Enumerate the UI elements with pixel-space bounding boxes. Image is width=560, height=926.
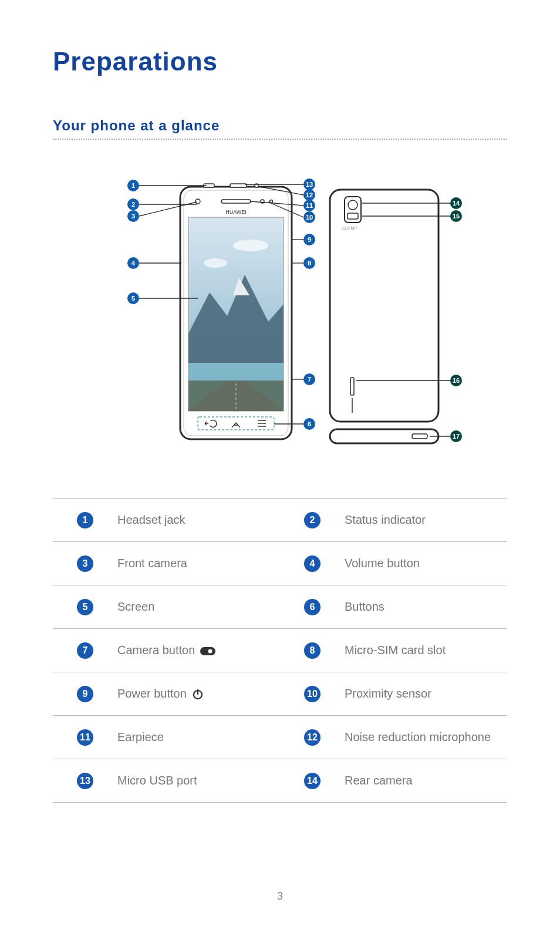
parts-table: 1Headset jack2Status indicator3Front cam…	[53, 498, 507, 803]
part-badge: 5	[53, 599, 117, 615]
camera-icon	[200, 645, 216, 656]
part-label: Buttons	[345, 600, 507, 614]
callout-8: 8	[292, 257, 315, 269]
callout-9: 9	[292, 234, 315, 245]
part-label: Micro USB port	[117, 774, 280, 787]
part-label: Micro-SIM card slot	[345, 644, 507, 657]
svg-text:10: 10	[306, 214, 313, 221]
svg-text:15: 15	[453, 213, 460, 220]
part-badge: 10	[280, 686, 345, 702]
svg-point-8	[204, 258, 227, 268]
svg-text:14: 14	[453, 200, 460, 207]
part-badge: 14	[280, 773, 345, 789]
svg-rect-14	[188, 380, 284, 411]
part-badge: 8	[280, 642, 345, 659]
table-row: 3Front camera4Volume button	[53, 542, 507, 585]
svg-text:1: 1	[131, 182, 135, 189]
part-badge: 13	[53, 773, 117, 789]
svg-rect-81	[200, 647, 215, 655]
svg-text:7: 7	[308, 376, 311, 383]
divider	[53, 139, 507, 140]
callout-7: 7	[292, 373, 315, 385]
part-label: Status indicator	[345, 513, 507, 527]
part-badge: 6	[280, 599, 345, 615]
svg-text:6: 6	[308, 420, 311, 427]
table-row: 9Power button10Proximity sensor	[53, 672, 507, 716]
svg-rect-22	[330, 190, 438, 422]
part-badge: 2	[280, 512, 345, 528]
svg-text:13: 13	[306, 181, 313, 188]
svg-text:9: 9	[308, 236, 311, 243]
svg-text:5: 5	[131, 295, 135, 302]
part-badge: 9	[53, 686, 117, 702]
part-label: Proximity sensor	[345, 687, 507, 701]
part-label: Volume button	[345, 557, 507, 570]
table-row: 5Screen6Buttons	[53, 585, 507, 629]
svg-text:11: 11	[306, 202, 313, 209]
part-label: Rear camera	[345, 774, 507, 787]
part-badge: 12	[280, 729, 345, 746]
table-row: 1Headset jack2Status indicator	[53, 499, 507, 542]
power-icon	[191, 688, 204, 701]
table-row: 7Camera button8Micro-SIM card slot	[53, 629, 507, 672]
brand-label: HUAWEI	[225, 209, 247, 215]
page-number: 3	[0, 890, 560, 903]
part-badge: 3	[53, 555, 117, 572]
svg-point-82	[208, 649, 212, 653]
camera-mp-label: 13.0 MP	[342, 226, 357, 230]
svg-text:8: 8	[308, 260, 311, 267]
part-label: Front camera	[117, 557, 280, 570]
page-title: Preparations	[53, 47, 507, 76]
part-label: Power button	[117, 687, 280, 701]
svg-rect-20	[230, 184, 247, 187]
svg-text:4: 4	[131, 260, 136, 267]
part-label: Camera button	[117, 644, 280, 657]
part-label: Headset jack	[117, 513, 280, 527]
section-subtitle: Your phone at a glance	[53, 117, 507, 134]
callout-4: 4	[127, 257, 181, 269]
part-badge: 1	[53, 512, 117, 528]
svg-text:3: 3	[131, 213, 135, 220]
table-row: 13Micro USB port14Rear camera	[53, 759, 507, 803]
part-badge: 7	[53, 642, 117, 659]
part-badge: 4	[280, 555, 345, 572]
phone-diagram: HUAWEI	[53, 169, 507, 463]
svg-rect-11	[188, 363, 284, 380]
svg-text:17: 17	[453, 433, 460, 440]
svg-rect-28	[330, 429, 438, 443]
svg-text:2: 2	[131, 201, 135, 208]
part-label: Noise reduction microphone	[345, 730, 507, 744]
part-label: Screen	[117, 600, 280, 614]
part-label: Earpiece	[117, 730, 280, 744]
svg-point-7	[233, 240, 268, 251]
svg-text:16: 16	[453, 377, 460, 384]
svg-text:12: 12	[306, 191, 313, 198]
part-badge: 11	[53, 729, 117, 746]
table-row: 11Earpiece12Noise reduction microphone	[53, 716, 507, 759]
